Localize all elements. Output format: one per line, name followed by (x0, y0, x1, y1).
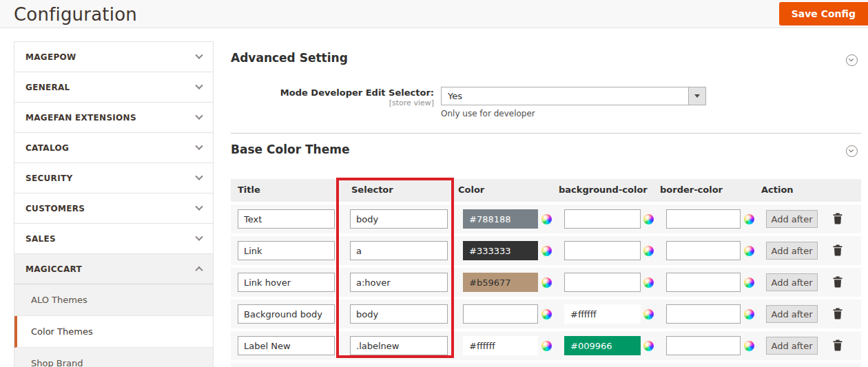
trash-icon[interactable] (832, 308, 843, 319)
color-picker-icon[interactable] (643, 246, 654, 256)
sidebar-section-sales[interactable]: SALES (14, 224, 213, 254)
title-input[interactable] (238, 241, 335, 260)
background-color-input[interactable] (564, 336, 641, 355)
sidebar-section-general[interactable]: GENERAL (14, 72, 213, 103)
chevron-down-icon (195, 81, 203, 89)
sidebar-section-security[interactable]: SECURITY (14, 163, 213, 193)
color-picker-icon[interactable] (744, 309, 754, 319)
color-input[interactable] (463, 241, 538, 260)
config-nav-sidebar: MAGEPOWGENERALMAGEFAN EXTENSIONSCATALOGS… (14, 41, 214, 367)
color-picker-icon[interactable] (744, 246, 754, 256)
title-input[interactable] (238, 336, 335, 355)
sidebar-section-label: SECURITY (25, 174, 72, 183)
color-picker-icon[interactable] (643, 341, 654, 351)
base-color-theme-title: Base Color Theme (231, 143, 349, 156)
background-color-input[interactable] (564, 209, 641, 229)
add-after-button[interactable]: Add after (766, 273, 818, 291)
sidebar-item-shop-brand[interactable]: Shop Brand (14, 348, 213, 367)
chevron-down-icon (195, 172, 203, 180)
background-color-input[interactable] (564, 304, 641, 324)
border-color-input[interactable] (666, 273, 741, 292)
mode-developer-field-label: Mode Developer Edit Selector: [store vie… (231, 87, 434, 107)
chevron-down-icon[interactable] (688, 87, 705, 105)
color-picker-icon[interactable] (541, 214, 552, 224)
chevron-down-icon (195, 51, 203, 59)
sidebar-section-catalog[interactable]: CATALOG (14, 133, 213, 163)
developer-note: Only use for developer (441, 109, 535, 118)
border-color-input[interactable] (666, 209, 741, 229)
table-header: Title Selector Color background-color bo… (231, 179, 861, 202)
border-color-input[interactable] (666, 241, 741, 260)
color-input[interactable] (463, 209, 538, 229)
col-color: Color (458, 185, 484, 195)
sidebar-section-magiccart[interactable]: MAGICCART (14, 254, 213, 284)
color-input[interactable] (463, 336, 538, 355)
sidebar-section-label: GENERAL (25, 83, 70, 92)
configuration-page: Configuration Save Config MAGEPOWGENERAL… (0, 0, 868, 367)
table-row: Add after (231, 236, 861, 265)
background-color-input[interactable] (564, 273, 641, 292)
collapse-base-color-icon[interactable] (846, 145, 858, 157)
add-after-button[interactable]: Add after (766, 305, 818, 323)
sidebar-item-color-themes[interactable]: Color Themes (14, 316, 213, 348)
sidebar-section-label: MAGEFAN EXTENSIONS (25, 113, 136, 123)
background-color-input[interactable] (564, 241, 641, 260)
title-input[interactable] (238, 304, 335, 324)
selector-input[interactable] (350, 241, 448, 260)
color-picker-icon[interactable] (744, 341, 754, 351)
color-input[interactable] (463, 304, 538, 324)
sidebar-section-label: SALES (25, 234, 56, 244)
color-picker-icon[interactable] (643, 309, 654, 319)
selector-input[interactable] (350, 304, 448, 324)
section-divider (231, 133, 861, 134)
sidebar-section-customers[interactable]: CUSTOMERS (14, 193, 213, 224)
title-input[interactable] (238, 209, 335, 229)
sidebar-item-label: Color Themes (31, 326, 93, 337)
border-color-input[interactable] (666, 336, 741, 355)
save-config-button[interactable]: Save Config (779, 2, 868, 25)
sidebar-section-magefan-extensions[interactable]: MAGEFAN EXTENSIONS (14, 103, 213, 133)
color-picker-icon[interactable] (643, 277, 654, 288)
table-row: Add after (231, 363, 861, 367)
mode-developer-select[interactable]: Yes (441, 87, 706, 105)
main-content: Advanced Setting Mode Developer Edit Sel… (231, 41, 861, 367)
page-title: Configuration (14, 4, 137, 25)
color-input[interactable] (463, 273, 538, 292)
trash-icon[interactable] (832, 213, 843, 224)
sidebar-section-label: CUSTOMERS (25, 204, 85, 213)
chevron-down-icon (195, 202, 203, 210)
chevron-up-icon (195, 266, 203, 273)
chevron-down-icon (195, 142, 203, 149)
color-picker-icon[interactable] (541, 341, 552, 351)
selector-input[interactable] (350, 273, 448, 292)
col-background-color: background-color (559, 185, 648, 195)
trash-icon[interactable] (832, 339, 843, 351)
select-value: Yes (448, 91, 462, 101)
table-row: Add after (231, 300, 861, 328)
sidebar-section-label: MAGEPOW (25, 52, 76, 62)
collapse-advanced-icon[interactable] (846, 54, 858, 66)
sidebar-section-magepow[interactable]: MAGEPOW (14, 42, 213, 72)
selector-input[interactable] (350, 209, 448, 229)
col-border-color: border-color (660, 185, 723, 195)
color-picker-icon[interactable] (541, 246, 552, 256)
col-title: Title (238, 185, 260, 195)
add-after-button[interactable]: Add after (766, 242, 818, 260)
color-picker-icon[interactable] (643, 214, 654, 224)
add-after-button[interactable]: Add after (766, 337, 818, 355)
color-picker-icon[interactable] (744, 277, 754, 288)
selector-input[interactable] (350, 336, 448, 355)
color-picker-icon[interactable] (541, 277, 552, 288)
color-picker-icon[interactable] (744, 214, 754, 224)
trash-icon[interactable] (832, 244, 843, 256)
title-input[interactable] (238, 273, 335, 292)
col-action: Action (761, 185, 794, 195)
trash-icon[interactable] (832, 276, 843, 288)
add-after-button[interactable]: Add after (766, 210, 818, 228)
sidebar-item-label: ALO Themes (31, 295, 87, 305)
color-theme-rows: Add after Add after (231, 205, 861, 367)
sidebar-item-alo-themes[interactable]: ALO Themes (14, 284, 213, 316)
color-picker-icon[interactable] (541, 309, 552, 319)
border-color-input[interactable] (666, 304, 741, 324)
sidebar-section-label: CATALOG (25, 143, 69, 153)
